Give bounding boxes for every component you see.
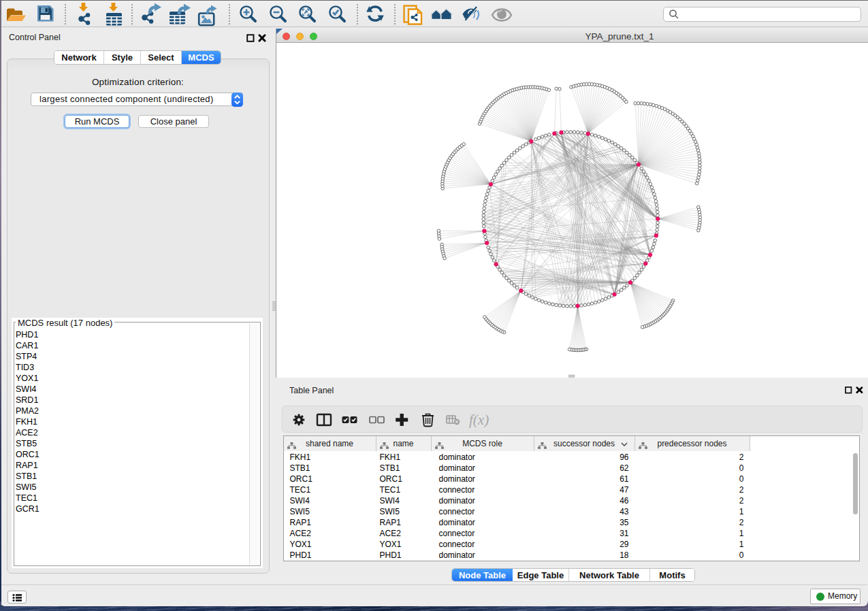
svg-text:f(x): f(x) [469, 412, 489, 428]
